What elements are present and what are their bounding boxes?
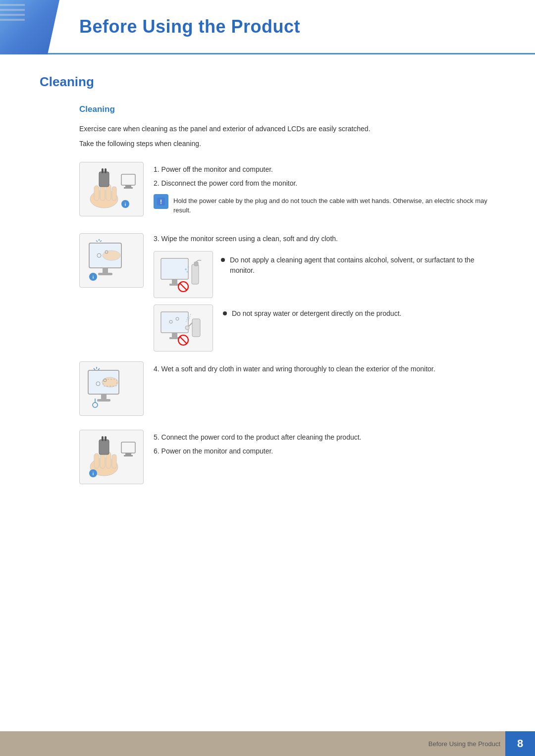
- svg-line-25: [96, 241, 98, 242]
- svg-rect-22: [98, 273, 112, 275]
- svg-rect-32: [162, 259, 187, 278]
- svg-rect-12: [121, 174, 135, 185]
- stripe-corner: [0, 0, 25, 25]
- svg-text:i: i: [125, 202, 126, 207]
- steps-1-2-text: 1. Power off the monitor and computer. 2…: [154, 162, 495, 219]
- bullet-1-row: Do not apply a cleaning agent that conta…: [154, 251, 495, 298]
- svg-point-38: [188, 266, 189, 268]
- bullet-text-1: Do not apply a cleaning agent that conta…: [230, 255, 495, 276]
- svg-point-39: [187, 271, 188, 273]
- intro-text-2: Take the following steps when cleaning.: [79, 138, 495, 149]
- svg-rect-9: [99, 172, 109, 187]
- steps-5-6-text: 5. Connect the power cord to the product…: [154, 430, 495, 460]
- step-1-text: 1. Power off the monitor and computer.: [154, 164, 495, 175]
- page-title: Before Using the Product: [79, 16, 300, 37]
- note-box-1: ! Hold the power cable by the plug and d…: [154, 194, 495, 215]
- svg-line-41: [180, 283, 187, 290]
- page-header: Before Using the Product: [0, 0, 535, 54]
- step-3-text: 3. Wipe the monitor screen using a clean…: [154, 233, 495, 244]
- svg-rect-72: [102, 436, 104, 441]
- page-footer: Before Using the Product 8: [0, 731, 535, 756]
- svg-rect-11: [105, 168, 107, 173]
- section-heading: Cleaning: [40, 74, 495, 90]
- svg-rect-5: [94, 186, 99, 201]
- step-row-5-6: i 5. Connect the power cord to the produ…: [79, 430, 495, 484]
- wet-cloth-image: [79, 361, 144, 416]
- svg-point-49: [185, 326, 189, 330]
- svg-text:i: i: [93, 471, 94, 476]
- step-4-text: 4. Wet a soft and dry cloth in water and…: [154, 361, 495, 377]
- intro-text-1: Exercise care when cleaning as the panel…: [79, 123, 495, 134]
- step-row-3: i 3. Wipe the monitor screen using a cle…: [79, 233, 495, 302]
- step-3-right: 3. Wipe the monitor screen using a clean…: [154, 233, 495, 302]
- svg-rect-57: [97, 399, 110, 402]
- note-text-1: Hold the power cable by the plug and do …: [173, 194, 495, 215]
- bullet-2-row: Do not spray water or detergent directly…: [154, 304, 495, 352]
- svg-line-53: [180, 337, 187, 344]
- svg-text:!: !: [160, 199, 162, 205]
- svg-line-61: [94, 368, 95, 370]
- bullet-2: Do not spray water or detergent directly…: [223, 308, 401, 319]
- wipe-image: i: [79, 233, 144, 288]
- footer-text: Before Using the Product: [428, 740, 505, 748]
- warning-icon: !: [154, 194, 168, 209]
- svg-rect-70: [112, 454, 116, 468]
- svg-point-37: [185, 268, 187, 270]
- svg-rect-48: [192, 319, 200, 337]
- svg-rect-67: [94, 454, 99, 468]
- steps-area: i 1. Power off the monitor and computer.…: [79, 162, 495, 484]
- svg-line-26: [100, 241, 102, 242]
- bullet-1: Do not apply a cleaning agent that conta…: [221, 255, 495, 276]
- no-spray-image: [154, 304, 213, 352]
- svg-rect-33: [172, 279, 177, 284]
- svg-rect-36: [194, 262, 198, 266]
- power-on-image: i: [79, 430, 144, 484]
- bullet-dot-1: [221, 258, 225, 262]
- no-cleaning-agent-image: [154, 251, 213, 298]
- subsection-heading: Cleaning: [79, 104, 495, 114]
- page-number: 8: [505, 731, 535, 756]
- step-2-text: 2. Disconnect the power cord from the mo…: [154, 178, 495, 189]
- svg-rect-73: [105, 436, 107, 441]
- svg-rect-76: [124, 455, 133, 456]
- svg-rect-43: [162, 313, 187, 332]
- unplug-image: i: [79, 162, 144, 216]
- step-5-text: 5. Connect the power cord to the product…: [154, 432, 495, 443]
- svg-rect-71: [99, 440, 109, 454]
- main-content: Cleaning Cleaning Exercise care when cle…: [0, 54, 535, 538]
- svg-rect-14: [124, 187, 133, 189]
- svg-text:i: i: [93, 275, 94, 280]
- step-row-4: 4. Wet a soft and dry cloth in water and…: [79, 361, 495, 416]
- subsection-cleaning: Cleaning Exercise care when cleaning as …: [79, 104, 495, 484]
- step-6-text: 6. Power on the monitor and computer.: [154, 446, 495, 456]
- svg-rect-10: [102, 168, 104, 173]
- bullet-text-2: Do not spray water or detergent directly…: [232, 308, 401, 319]
- svg-line-62: [98, 368, 100, 370]
- svg-rect-74: [121, 442, 135, 453]
- svg-rect-35: [192, 264, 199, 284]
- svg-rect-8: [112, 187, 116, 201]
- svg-point-65: [93, 403, 98, 407]
- step-4-paragraph: 4. Wet a soft and dry cloth in water and…: [154, 363, 495, 374]
- bullet-dot-2: [223, 311, 227, 315]
- svg-rect-44: [172, 333, 177, 338]
- step-row-1-2: i 1. Power off the monitor and computer.…: [79, 162, 495, 219]
